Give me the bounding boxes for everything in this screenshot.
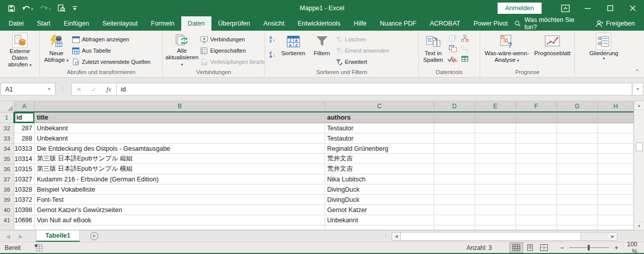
cell-D39[interactable] [434,195,475,205]
name-box-dropdown-icon[interactable]: ▼ [47,87,55,91]
cell-E34[interactable] [475,144,516,154]
sheet-nav-right-icon[interactable]: ▶ [19,234,23,239]
datenmodell-verwalten-icon[interactable] [461,55,469,63]
eigenschaften-button[interactable]: Eigenschaften [200,45,265,56]
scroll-left-icon[interactable]: ◀ [392,233,400,240]
cell-E37[interactable] [475,174,516,184]
cell-G32[interactable] [557,123,598,133]
vertical-scrollbar[interactable]: ▲ ▼ [634,101,644,230]
cell-E39[interactable] [475,195,516,205]
name-box[interactable]: A1 ▼ [1,83,55,96]
zoom-in-icon[interactable]: + [612,244,620,251]
cell-D34[interactable] [434,144,475,154]
column-header-g[interactable]: G [557,101,598,112]
erweitert-button[interactable]: Erweitert [335,57,389,67]
cell-H1[interactable] [598,112,634,123]
sheet-nav-left-icon[interactable]: ◀ [6,234,10,239]
column-header-e[interactable]: E [475,101,516,112]
cell-B35[interactable]: 第三版 日本語Epubサンプル 縦組 [35,154,325,164]
row-header-partial[interactable] [0,225,14,230]
cell-B34[interactable]: Die Entdeckung des Ostpols - Gesamtausga… [35,144,325,154]
cell-C37[interactable]: Nika Lubitsch [325,174,434,184]
zuletzt-verwendete-quellen-button[interactable]: Zuletzt verwendete Quellen [72,57,151,67]
konsolidieren-icon[interactable] [461,34,469,42]
neue-abfrage-button[interactable]: Neue Abfrage ▾ [41,32,72,68]
cell-A38[interactable]: 10328 [14,184,35,195]
tab-ansicht[interactable]: Ansicht [257,16,291,31]
cell-C35[interactable]: 荒井文吉 [325,154,434,164]
cell-C41[interactable]: Unbekannt [325,215,434,225]
row-header-38[interactable]: 38 [0,184,14,195]
normal-view-button[interactable] [509,242,523,253]
cell-C33[interactable]: Testautor [325,133,434,144]
tab-datei[interactable]: Datei [2,16,30,31]
cell-A1[interactable]: id [14,112,35,123]
cell-G37[interactable] [557,174,598,184]
cell-G33[interactable] [557,133,598,144]
horizontal-scrollbar[interactable]: ◀ ▶ [392,232,617,241]
column-header-a[interactable]: A [14,101,35,112]
cell-C39[interactable]: DivingDuck [325,195,434,205]
cell-A37[interactable]: 10327 [14,174,35,184]
cell-H36[interactable] [598,164,634,174]
cell-C-partial[interactable] [325,225,434,230]
horizontal-scroll-thumb[interactable] [400,233,581,240]
cell-H41[interactable] [598,215,634,225]
tabstrip-splitter[interactable]: ⋮⋮ [383,232,389,237]
row-header-41[interactable]: 41 [0,215,14,225]
abfragen-anzeigen-button[interactable]: Abfragen anzeigen [72,34,151,44]
cell-B38[interactable]: Beispiel Vokabelliste [35,184,325,195]
cell-F33[interactable] [516,133,557,144]
column-header-d[interactable]: D [434,101,475,112]
cell-E40[interactable] [475,205,516,215]
cell-D35[interactable] [434,154,475,164]
cell-H39[interactable] [598,195,634,205]
cell-C40[interactable]: Gernot Katzer [325,205,434,215]
row-header-34[interactable]: 34 [0,144,14,154]
minimize-button[interactable] [576,0,599,16]
tab-daten[interactable]: Daten [181,16,211,31]
cell-F32[interactable] [516,123,557,133]
cell-G35[interactable] [557,154,598,164]
scroll-down-icon[interactable]: ▼ [634,221,644,230]
cell-F40[interactable] [516,205,557,215]
gliederung-button[interactable]: Gliederung ▾ [588,32,619,68]
row-header-36[interactable]: 36 [0,164,14,174]
new-sheet-icon[interactable]: + [90,232,98,240]
save-icon[interactable] [8,5,15,12]
row-header-40[interactable]: 40 [0,205,14,215]
cell-F38[interactable] [516,184,557,195]
row-header-1[interactable]: 1 [0,112,14,123]
ribbon-display-options-icon[interactable] [554,0,576,16]
share-button[interactable]: Freigeben [596,20,635,28]
cell-H32[interactable] [598,123,634,133]
select-all-corner[interactable] [0,101,14,112]
sign-in-button[interactable]: Anmelden [498,3,542,14]
tab-acrobat[interactable]: ACROBAT [423,16,467,31]
cell-B41[interactable]: Von Null auf eBook [35,215,325,225]
externe-daten-abrufen-button[interactable]: Externe Daten abrufen ▾ [1,32,38,68]
close-button[interactable] [621,0,644,16]
cell-C1[interactable]: authors [325,112,434,123]
cell-B32[interactable]: Unbekannt [35,123,325,133]
column-header-h[interactable]: H [598,101,634,112]
cell-A36[interactable]: 10315 [14,164,35,174]
cell-B33[interactable]: Unbekannt [35,133,325,144]
scroll-up-icon[interactable]: ▲ [634,101,644,110]
cell-A39[interactable]: 10372 [14,195,35,205]
row-header-33[interactable]: 33 [0,133,14,144]
tab-power-pivot[interactable]: Power Pivot [467,16,514,31]
page-break-preview-button[interactable] [537,242,551,253]
alle-aktualisieren-button[interactable]: Alle aktualisieren ▾ [164,32,200,68]
formula-input[interactable]: id [117,83,632,96]
verbindungen-button[interactable]: Verbindungen [200,34,265,44]
cell-A40[interactable]: 10398 [14,205,35,215]
row-header-32[interactable]: 32 [0,123,14,133]
page-layout-view-button[interactable] [523,242,537,253]
cell-A35[interactable]: 10314 [14,154,35,164]
cell-H37[interactable] [598,174,634,184]
cell-D33[interactable] [434,133,475,144]
tab-seitenlayout[interactable]: Seitenlayout [96,16,144,31]
cell-H40[interactable] [598,205,634,215]
tab-hilfe[interactable]: Hilfe [347,16,373,31]
